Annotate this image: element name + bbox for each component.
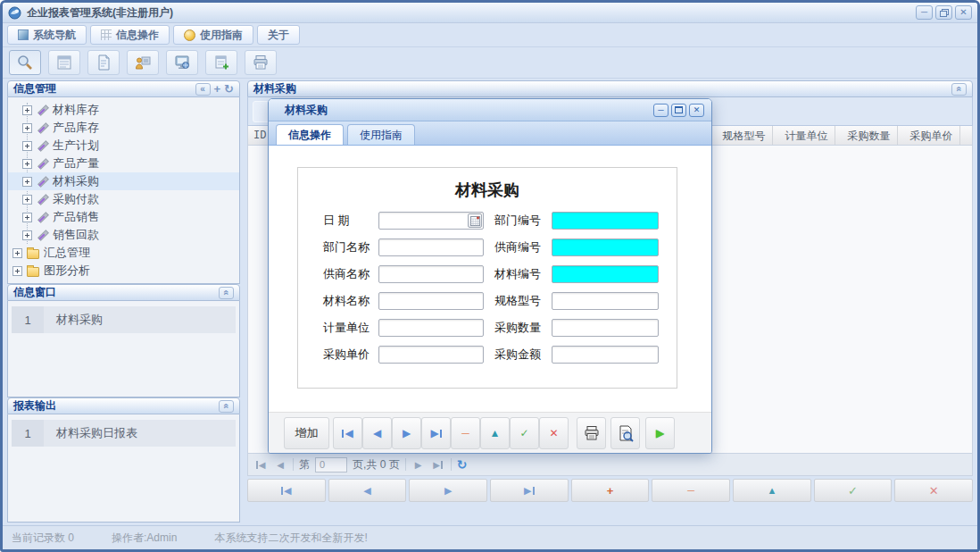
- expand-icon[interactable]: [12, 248, 22, 258]
- column-unit[interactable]: 计量单位: [772, 126, 835, 146]
- dialog-minimize-button[interactable]: ─: [653, 104, 669, 117]
- dlg-print-button[interactable]: [577, 417, 606, 449]
- operator-status: 操作者:Admin: [112, 531, 177, 546]
- minimize-button[interactable]: ─: [916, 5, 933, 20]
- report-output-row[interactable]: 1 材料采购日报表: [12, 420, 236, 447]
- spec-field[interactable]: [552, 292, 659, 310]
- tree-item-product-output[interactable]: 产品产量: [8, 155, 239, 172]
- separator: [451, 458, 452, 471]
- menu-info-operation[interactable]: 信息操作: [90, 25, 170, 45]
- dept-code-field[interactable]: [552, 212, 659, 230]
- search-button[interactable]: [9, 50, 41, 75]
- column-amount[interactable]: 采购金额: [959, 126, 973, 146]
- close-button[interactable]: ✕: [955, 5, 972, 20]
- add-record-button[interactable]: 增加: [284, 417, 329, 449]
- expand-icon[interactable]: [22, 195, 32, 205]
- app-window: 企业报表管理系统(非注册用户) ─ ✕ 系统导航 信息操作 使用指南 关于: [0, 0, 980, 552]
- amount-field[interactable]: [552, 346, 659, 364]
- expand-icon[interactable]: [22, 141, 32, 151]
- info-window-row[interactable]: 1 材料采购: [12, 306, 236, 333]
- dlg-prev-button[interactable]: ◀: [362, 417, 392, 449]
- tree-item-material-purchase[interactable]: 材料采购: [8, 172, 239, 190]
- info-tree: 材料库存 产品库存 生产计划 产品产量: [8, 97, 239, 280]
- add-table-button[interactable]: [205, 50, 237, 75]
- material-code-field[interactable]: [552, 265, 659, 283]
- print-preview-icon: [617, 424, 635, 442]
- record-confirm-button[interactable]: ✓: [814, 479, 893, 502]
- collapse-main-button[interactable]: «: [951, 83, 967, 96]
- page-prev-button[interactable]: ◀: [273, 460, 287, 470]
- print-button[interactable]: [245, 50, 277, 75]
- expand-icon[interactable]: [22, 105, 32, 115]
- document-button[interactable]: [87, 50, 120, 75]
- column-spec[interactable]: 规格型号: [710, 126, 772, 146]
- menu-system-navigation[interactable]: 系统导航: [7, 25, 87, 45]
- collapse-left-button[interactable]: «: [195, 83, 211, 96]
- monitor-button[interactable]: [166, 50, 198, 75]
- tree-item-product-sales[interactable]: 产品销售: [8, 208, 239, 226]
- column-quantity[interactable]: 采购数量: [835, 126, 897, 146]
- refresh-grid-button[interactable]: ↻: [457, 457, 468, 472]
- tree-item-purchase-payment[interactable]: 采购付款: [8, 190, 239, 208]
- supplier-code-field[interactable]: [552, 238, 659, 256]
- page-number-input[interactable]: [315, 457, 347, 473]
- menu-user-guide[interactable]: 使用指南: [173, 25, 253, 45]
- dialog-maximize-button[interactable]: [671, 104, 686, 117]
- expand-icon[interactable]: [22, 213, 32, 222]
- page-first-button[interactable]: ◀: [253, 460, 268, 470]
- menu-about[interactable]: 关于: [257, 25, 300, 45]
- expand-icon[interactable]: [22, 159, 32, 169]
- record-prev-button[interactable]: ◀: [328, 479, 407, 502]
- tree-item-summary-manage[interactable]: 汇总管理: [8, 244, 239, 262]
- dialog-tab-user-guide[interactable]: 使用指南: [347, 124, 415, 145]
- record-add-button[interactable]: +: [571, 479, 650, 502]
- expand-icon[interactable]: [22, 230, 32, 240]
- dialog-tab-info-operation[interactable]: 信息操作: [276, 124, 344, 145]
- tree-item-material-stock[interactable]: 材料库存: [8, 101, 239, 119]
- page-next-button[interactable]: ▶: [411, 460, 426, 470]
- record-next-button[interactable]: ▶: [409, 479, 487, 502]
- dlg-run-button[interactable]: ▶: [645, 417, 675, 449]
- record-first-button[interactable]: ◀: [247, 479, 326, 502]
- dlg-cancel-button[interactable]: ✕: [539, 417, 569, 449]
- material-name-field[interactable]: [378, 292, 484, 310]
- supplier-name-field[interactable]: [378, 265, 484, 283]
- dialog-header[interactable]: 材料采购 ─ ✕: [269, 99, 711, 121]
- report-button[interactable]: [48, 50, 80, 75]
- record-delete-button[interactable]: ─: [652, 479, 730, 502]
- tree-item-sales-collection[interactable]: 销售回款: [8, 226, 239, 244]
- dlg-edit-button[interactable]: ▲: [480, 417, 510, 449]
- tree-item-production-plan[interactable]: 生产计划: [8, 137, 239, 155]
- expand-icon[interactable]: [22, 123, 32, 133]
- collapse-panel-button[interactable]: «: [219, 287, 234, 299]
- tree-item-graph-analysis[interactable]: 图形分析: [8, 262, 239, 280]
- restore-button[interactable]: [935, 5, 952, 20]
- expand-icon[interactable]: [12, 266, 22, 276]
- dlg-confirm-button[interactable]: ✓: [510, 417, 539, 449]
- dlg-delete-button[interactable]: ─: [451, 417, 480, 449]
- dialog-close-button[interactable]: ✕: [689, 104, 704, 117]
- tree-item-product-stock[interactable]: 产品库存: [8, 119, 239, 137]
- add-panel-button[interactable]: +: [214, 83, 221, 95]
- unit-field[interactable]: [378, 319, 484, 337]
- user-chart-button[interactable]: [127, 50, 159, 75]
- calendar-button[interactable]: [468, 213, 482, 228]
- unit-price-field[interactable]: [378, 346, 484, 364]
- statusbar: 当前记录数 0 操作者:Admin 本系统支持二次开发和全新开发!: [3, 525, 977, 549]
- quantity-field[interactable]: [552, 319, 659, 337]
- maximize-icon: [675, 106, 683, 113]
- refresh-tree-button[interactable]: ↻: [224, 83, 234, 95]
- dlg-next-button[interactable]: ▶: [392, 417, 421, 449]
- page-last-button[interactable]: ▶: [431, 460, 445, 470]
- column-unit-price[interactable]: 采购单价: [897, 126, 959, 146]
- record-last-button[interactable]: ▶: [490, 479, 569, 502]
- collapse-panel-button[interactable]: «: [219, 400, 234, 413]
- expand-icon[interactable]: [22, 177, 32, 187]
- dept-name-field[interactable]: [378, 238, 484, 256]
- record-edit-button[interactable]: ▲: [733, 479, 811, 502]
- dlg-preview-button[interactable]: [610, 417, 640, 449]
- dlg-first-button[interactable]: ◀: [333, 417, 362, 449]
- dlg-last-button[interactable]: ▶: [421, 417, 451, 449]
- report-node-icon: [37, 176, 48, 188]
- record-cancel-button[interactable]: ✕: [894, 479, 973, 502]
